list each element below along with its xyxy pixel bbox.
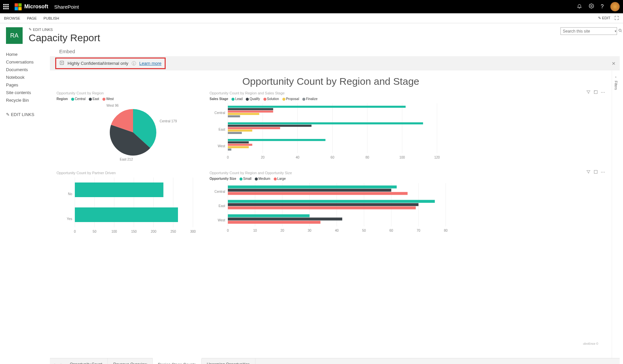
more-icon[interactable]: ⋯ (601, 170, 605, 175)
svg-rect-35 (228, 141, 249, 143)
svg-text:40: 40 (335, 229, 339, 232)
legend-item[interactable]: Qualify (246, 97, 260, 101)
svg-text:100: 100 (111, 230, 117, 233)
page-title: Capacity Report (29, 32, 100, 44)
legend-item[interactable]: Lead (232, 97, 242, 101)
svg-text:50: 50 (362, 229, 366, 232)
ribbon-tab[interactable]: PAGE (27, 16, 37, 20)
svg-text:East 212: East 212 (120, 158, 133, 161)
settings-icon[interactable] (589, 3, 594, 10)
svg-rect-85 (228, 214, 310, 217)
site-logo[interactable]: RA (6, 27, 23, 44)
svg-text:Central: Central (215, 190, 225, 193)
report-tab[interactable]: Revenue Overview (108, 358, 152, 364)
filters-pane[interactable]: ‹ Filters (612, 70, 620, 358)
close-banner-icon[interactable]: ✕ (612, 61, 616, 66)
report-tabs: ‹ › Opportunity CountRevenue OverviewReg… (50, 358, 620, 364)
quick-launch: HomeConversationsDocumentsNotebookPagesS… (0, 46, 50, 364)
webpart-title: Embed (59, 49, 620, 54)
report-tab[interactable]: Upcoming Opportunities (202, 358, 255, 364)
sensitivity-label: Highly Confidential\Internal only (68, 61, 128, 66)
search-box[interactable]: ▾ (560, 27, 617, 35)
notifications-icon[interactable] (577, 3, 582, 10)
svg-text:20: 20 (280, 229, 284, 232)
more-icon[interactable]: ⋯ (601, 90, 605, 95)
svg-text:10: 10 (253, 229, 257, 232)
help-icon[interactable]: ? (601, 4, 604, 10)
tab-next-icon[interactable]: › (58, 362, 65, 364)
focus-mode-icon[interactable] (614, 16, 619, 21)
report-tab[interactable]: Region Stage Counts (153, 358, 202, 364)
product-name[interactable]: SharePoint (54, 4, 79, 10)
quick-launch-item[interactable]: Notebook (6, 73, 44, 81)
svg-text:0: 0 (227, 156, 229, 159)
app-launcher-icon[interactable] (3, 4, 9, 9)
svg-rect-28 (228, 122, 423, 124)
bar-chart-stage: 020406080100120CentralEastWest (210, 101, 449, 161)
legend-item[interactable]: West (102, 97, 114, 101)
svg-rect-22 (228, 106, 405, 108)
svg-text:No: No (68, 192, 72, 196)
legend-item[interactable]: Proposal (282, 97, 299, 101)
svg-text:40: 40 (296, 156, 300, 159)
edit-page-button[interactable]: ✎ EDIT (598, 16, 610, 20)
ribbon-tab[interactable]: BROWSE (4, 16, 20, 20)
bar-chart-oppsize: 01020304050607080CentralEastWest (210, 181, 449, 234)
svg-rect-86 (228, 217, 342, 220)
svg-rect-38 (228, 149, 231, 151)
focus-icon[interactable] (593, 90, 598, 95)
legend-item[interactable]: Central (71, 97, 85, 101)
sensitivity-bar: Highly Confidential\Internal only i Lear… (50, 56, 620, 70)
ribbon-tab[interactable]: PUBLISH (44, 16, 59, 20)
pie-chart: Central 179East 212West 96 (57, 101, 196, 164)
quick-launch-item[interactable]: Pages (6, 81, 44, 89)
svg-rect-82 (228, 203, 418, 206)
viz-pie-region[interactable]: Opportunity Count by Region RegionCentra… (57, 91, 200, 168)
svg-text:100: 100 (399, 156, 405, 159)
chevron-left-icon[interactable]: ‹ (615, 75, 616, 79)
sensitivity-icon (60, 61, 64, 66)
svg-rect-77 (228, 185, 397, 188)
legend-item[interactable]: Solution (263, 97, 279, 101)
filter-icon[interactable] (586, 170, 591, 175)
legend-item[interactable]: East (89, 97, 99, 101)
viz-bar-partner[interactable]: Opportunity Count by Partner Driven 0501… (57, 171, 200, 241)
legend-item[interactable]: Large (274, 177, 286, 181)
quick-launch-item[interactable]: Site contents (6, 89, 44, 96)
legend-item[interactable]: Finalize (302, 97, 317, 101)
svg-rect-25 (228, 113, 259, 115)
viz-bar-stage[interactable]: ⋯ Opportunity Count by Region and Sales … (210, 91, 605, 168)
search-icon[interactable] (618, 29, 622, 34)
quick-launch-item[interactable]: Recycle Bin (6, 96, 44, 104)
svg-text:30: 30 (308, 229, 312, 232)
sensitivity-info-icon[interactable]: i (132, 61, 136, 65)
svg-text:50: 50 (93, 230, 97, 233)
svg-text:250: 250 (170, 230, 176, 233)
report-title: Opportunity Count by Region and Stage (57, 76, 605, 87)
user-avatar[interactable] (610, 2, 620, 11)
viz-bar-oppsize[interactable]: ⋯ Opportunity Count by Region and Opport… (210, 171, 605, 241)
focus-icon[interactable] (593, 170, 598, 175)
search-dropdown-icon[interactable]: ▾ (615, 29, 616, 33)
quick-launch-item[interactable]: Home (6, 51, 44, 58)
tab-prev-icon[interactable]: ‹ (51, 362, 58, 364)
search-input[interactable] (563, 29, 613, 34)
quick-launch-item[interactable]: Documents (6, 66, 44, 73)
edit-links-top[interactable]: ✎ EDIT LINKS (29, 27, 100, 32)
svg-text:East: East (219, 128, 225, 131)
svg-rect-6 (594, 90, 597, 93)
svg-rect-29 (228, 125, 312, 127)
legend-item[interactable]: Medium (255, 177, 270, 181)
edit-links-sidebar[interactable]: ✎ EDIT LINKS (6, 111, 44, 118)
quick-launch-item[interactable]: Conversations (6, 58, 44, 66)
svg-text:200: 200 (151, 230, 156, 233)
legend-item[interactable]: Small (239, 177, 251, 181)
filter-icon[interactable] (586, 90, 591, 95)
report-tab[interactable]: Opportunity Count (65, 358, 108, 364)
learn-more-link[interactable]: Learn more (139, 61, 161, 66)
viz-title: Opportunity Count by Partner Driven (57, 171, 200, 175)
svg-rect-31 (228, 130, 252, 132)
svg-rect-34 (228, 139, 325, 141)
svg-text:150: 150 (131, 230, 137, 233)
svg-rect-54 (75, 182, 163, 197)
